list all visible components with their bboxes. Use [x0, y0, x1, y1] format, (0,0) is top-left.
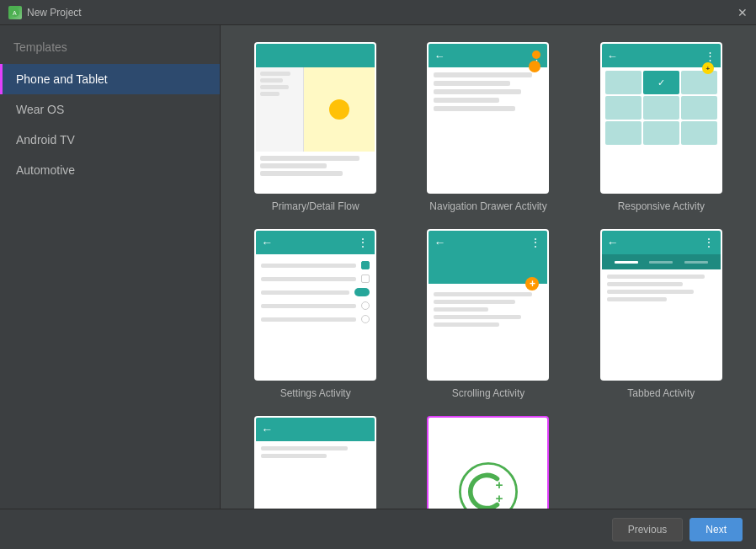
left-panel	[256, 67, 303, 152]
card-header-tabbed: ← ⋮	[602, 231, 721, 254]
template-responsive[interactable]: ← ⋮ ✓	[583, 42, 739, 212]
coin-icon	[329, 99, 349, 120]
toggle-icon	[354, 288, 370, 296]
grid-cell	[643, 121, 679, 145]
template-tabbed[interactable]: ← ⋮	[583, 229, 739, 399]
previous-button[interactable]: Previous	[612, 518, 684, 541]
list-row	[260, 72, 290, 76]
template-label-nav-drawer: Navigation Drawer Activity	[429, 200, 546, 212]
template-card-primary-detail[interactable]	[254, 42, 376, 194]
setting-row-5	[261, 315, 370, 323]
cpp-logo: + +	[459, 462, 518, 509]
content-row	[261, 446, 348, 450]
template-card-scrolling[interactable]: ← ⋮ +	[427, 229, 549, 381]
setting-row-3	[261, 288, 370, 296]
tab-inactive	[649, 261, 673, 264]
title-bar: A New Project ✕	[0, 0, 756, 25]
template-nav-drawer[interactable]: ← ⋮ Navigation Drawer	[410, 42, 566, 212]
template-settings[interactable]: ← ⋮	[237, 229, 393, 399]
nav-row	[434, 89, 520, 94]
template-label-scrolling: Scrolling Activity	[452, 387, 525, 399]
sidebar-item-phone-tablet[interactable]: Phone and Tablet	[0, 64, 220, 94]
close-button[interactable]: ✕	[737, 6, 748, 19]
fragment-content	[256, 441, 375, 509]
grid-cell	[605, 121, 642, 145]
nav-row	[434, 98, 498, 103]
grid-cell	[643, 96, 679, 120]
template-card-fragment[interactable]: ←	[254, 416, 376, 509]
list-row	[260, 163, 327, 168]
back-arrow-icon-resp: ←	[607, 50, 618, 62]
content-row	[434, 300, 515, 304]
setting-label	[261, 277, 356, 281]
template-fragment[interactable]: ← Fragment + ViewModel	[237, 416, 393, 509]
bottom-content	[256, 152, 375, 176]
template-scrolling[interactable]: ← ⋮ +	[410, 229, 566, 399]
template-label-tabbed: Tabbed Activity	[627, 387, 695, 399]
card-header-scrolling: ← ⋮	[429, 231, 547, 254]
sidebar-header: Templates	[0, 34, 220, 64]
content-row	[434, 315, 520, 319]
tab-active	[615, 261, 638, 264]
template-label-primary-detail: Primary/Detail Flow	[272, 200, 359, 212]
card-header-nav: ← ⋮	[429, 44, 547, 67]
template-primary-detail[interactable]: Primary/Detail Flow	[237, 42, 393, 212]
checkbox-icon	[361, 261, 370, 269]
nav-row	[434, 81, 509, 86]
template-card-native-cpp[interactable]: + +	[427, 416, 549, 509]
grid-cell	[605, 96, 642, 120]
setting-row-1	[261, 261, 370, 269]
right-panel	[304, 67, 375, 152]
radio-icon	[361, 315, 370, 323]
card-content-primary	[256, 67, 375, 152]
dots-icon-tabbed: ⋮	[703, 236, 716, 249]
template-card-settings[interactable]: ← ⋮	[254, 229, 376, 381]
setting-label	[261, 290, 349, 295]
card-header-primary	[256, 44, 375, 67]
setting-label	[261, 317, 356, 322]
list-row	[260, 85, 289, 89]
setting-label	[261, 304, 356, 308]
tab-inactive	[684, 261, 708, 264]
dots-icon-scroll: ⋮	[530, 236, 542, 249]
template-native-cpp[interactable]: + + Native C++	[410, 416, 566, 509]
template-card-nav-drawer[interactable]: ← ⋮	[427, 42, 549, 194]
template-label-responsive: Responsive Activity	[618, 200, 705, 212]
card-header-fragment: ←	[256, 418, 375, 441]
app-icon: A	[8, 6, 22, 19]
nav-content	[429, 67, 547, 120]
nav-row	[434, 106, 515, 111]
sidebar-item-automotive[interactable]: Automotive	[0, 155, 220, 185]
setting-row-2	[261, 274, 370, 283]
template-card-tabbed[interactable]: ← ⋮	[600, 229, 722, 381]
list-row	[260, 171, 343, 176]
back-arrow-icon: ←	[434, 50, 445, 62]
dots-icon-settings: ⋮	[357, 236, 370, 249]
template-label-settings: Settings Activity	[280, 387, 351, 399]
svg-text:+: +	[495, 477, 503, 492]
sidebar: Templates Phone and Tablet Wear OS Andro…	[0, 25, 221, 509]
sidebar-item-wear-os[interactable]: Wear OS	[0, 94, 220, 125]
sidebar-item-android-tv[interactable]: Android TV	[0, 125, 220, 155]
back-arrow-icon-scroll: ←	[434, 236, 445, 249]
back-arrow-icon-fragment: ←	[261, 423, 273, 436]
setting-label	[261, 264, 356, 268]
content-row	[607, 290, 694, 294]
svg-point-2	[460, 463, 516, 509]
template-card-responsive[interactable]: ← ⋮ ✓	[600, 42, 722, 194]
tabs-bar	[602, 254, 721, 269]
templates-grid: Primary/Detail Flow ← ⋮	[237, 42, 739, 509]
scroll-content	[429, 284, 547, 335]
templates-main: Primary/Detail Flow ← ⋮	[221, 25, 756, 509]
content-row	[607, 282, 683, 286]
checkbox-empty-icon	[361, 274, 370, 283]
content-row	[607, 274, 705, 279]
tabbed-content	[602, 269, 721, 310]
svg-text:A: A	[13, 10, 17, 16]
list-row	[260, 78, 283, 83]
grid-cell-active: ✓	[643, 71, 679, 94]
list-row	[260, 92, 280, 96]
responsive-grid: ✓	[602, 67, 721, 148]
next-button[interactable]: Next	[689, 518, 743, 541]
radio-icon	[361, 301, 370, 310]
